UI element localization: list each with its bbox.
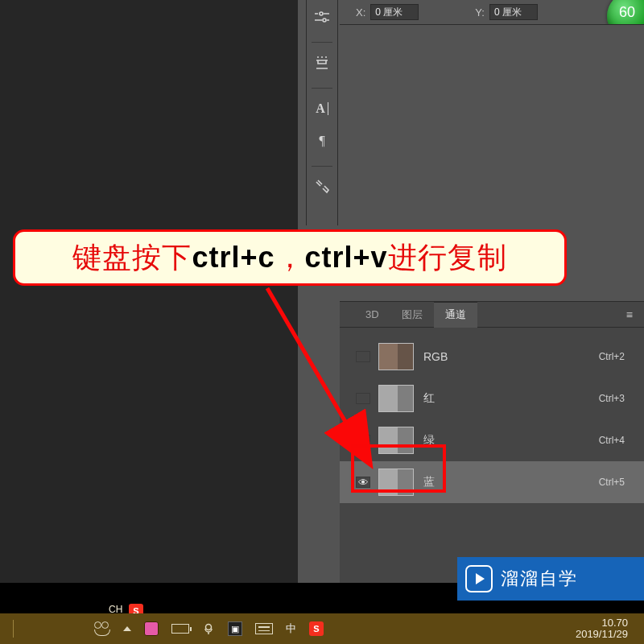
x-label: X: xyxy=(356,6,365,19)
y-coord-input[interactable] xyxy=(489,4,538,20)
taskbar-sep xyxy=(13,613,14,644)
mic-icon[interactable] xyxy=(202,613,215,644)
tray-chevron-up-icon[interactable] xyxy=(123,613,131,644)
channel-name: 绿 xyxy=(423,433,599,448)
clone-stamp-tool-icon[interactable] xyxy=(309,49,335,76)
brush-options-icon[interactable] xyxy=(309,3,335,31)
dolby-icon[interactable]: ▣ xyxy=(228,613,242,644)
canvas-workspace[interactable] xyxy=(0,0,298,613)
channel-name: 蓝 xyxy=(423,475,599,489)
svg-line-0 xyxy=(267,288,367,459)
channel-shortcut: Ctrl+4 xyxy=(599,435,625,446)
taskbar-time: 10.70 xyxy=(576,617,628,629)
brand-watermark: 溜溜自学 xyxy=(457,557,644,601)
x-coord-input[interactable] xyxy=(370,4,419,20)
channel-shortcut: Ctrl+2 xyxy=(599,351,625,362)
channel-shortcut: Ctrl+3 xyxy=(599,393,625,404)
channel-name: 红 xyxy=(423,391,599,406)
battery-icon[interactable] xyxy=(171,613,189,644)
channel-thumb-icon xyxy=(378,469,414,496)
tab-layers[interactable]: 图层 xyxy=(390,302,434,328)
tray-avatar-icon[interactable] xyxy=(144,613,159,644)
brand-text: 溜溜自学 xyxy=(501,567,578,591)
coordinates-bar: X: Y: 60 xyxy=(340,0,644,24)
taskbar-date: 2019/11/29 xyxy=(576,629,628,640)
y-label: Y: xyxy=(475,6,485,19)
svg-point-1 xyxy=(206,625,212,630)
play-icon xyxy=(465,565,493,592)
taskbar-clock[interactable]: 10.70 2019/11/29 xyxy=(576,617,628,641)
channel-name: RGB xyxy=(423,350,599,363)
character-format-icon[interactable]: A xyxy=(309,95,335,122)
panel-menu-icon[interactable]: ≡ xyxy=(626,308,634,321)
windows-taskbar: ▣ 中 S 10.70 2019/11/29 xyxy=(0,613,644,644)
tool-preset-icon[interactable] xyxy=(309,173,335,200)
channel-shortcut: Ctrl+5 xyxy=(599,477,625,488)
tray-sogou-icon[interactable]: S xyxy=(309,613,324,644)
keyboard-icon[interactable] xyxy=(255,613,273,644)
tab-channels[interactable]: 通道 xyxy=(434,302,477,328)
people-icon[interactable] xyxy=(94,613,110,644)
callout-arrow-icon xyxy=(258,285,386,470)
paragraph-format-icon[interactable]: ¶ xyxy=(309,127,335,155)
eye-icon: 👁 xyxy=(358,477,369,488)
options-toolbar: A ¶ xyxy=(306,0,338,225)
ime-chinese-icon[interactable]: 中 xyxy=(286,613,296,644)
tutorial-callout: 键盘按下ctrl+c，ctrl+v进行复制 xyxy=(13,229,567,286)
visibility-toggle[interactable]: 👁 xyxy=(356,477,370,488)
